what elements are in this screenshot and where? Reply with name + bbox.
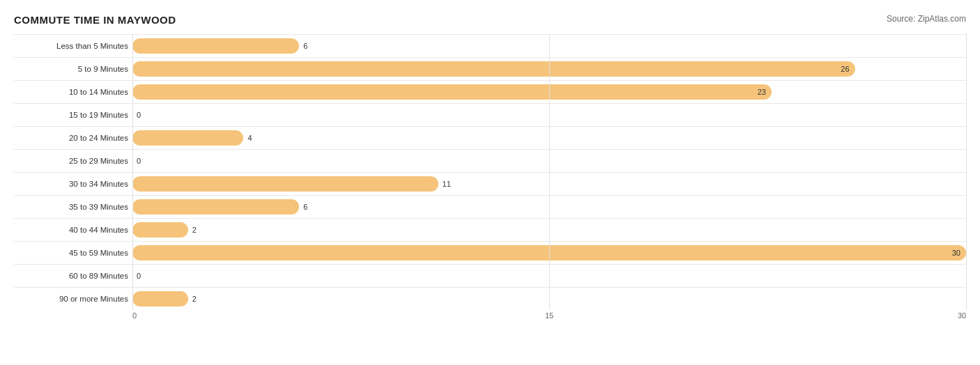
bar-track: 2 [132,222,966,238]
bar-value: 0 [137,272,141,280]
bar-value: 0 [137,111,141,119]
chart-body: Less than 5 Minutes65 to 9 Minutes2610 t… [14,34,966,325]
bar-row: 15 to 19 Minutes0 [14,103,966,126]
bar-fill: 26 [132,61,855,77]
bar-fill [132,38,299,54]
bar-row: 30 to 34 Minutes11 [14,172,966,195]
bar-row: Less than 5 Minutes6 [14,34,966,57]
bar-track: 0 [132,107,966,123]
bar-track: 0 [132,153,966,169]
bar-value: 11 [443,180,451,188]
bar-row: 25 to 29 Minutes0 [14,149,966,172]
bar-row: 40 to 44 Minutes2 [14,218,966,241]
chart-title: COMMUTE TIME IN MAYWOOD [14,14,176,26]
bar-value: 2 [192,295,197,303]
x-axis-label: 30 [958,311,966,320]
bar-track: 4 [132,130,966,146]
bar-row: 35 to 39 Minutes6 [14,195,966,218]
bar-value: 0 [137,157,141,165]
bar-label: 40 to 44 Minutes [14,226,132,234]
bar-row: 45 to 59 Minutes30 [14,241,966,264]
bar-value: 4 [247,134,252,142]
bar-label: 10 to 14 Minutes [14,88,132,96]
grid-line [966,34,967,310]
bar-label: 45 to 59 Minutes [14,249,132,257]
bar-track: 6 [132,199,966,215]
x-axis-container: 01530 [132,311,966,325]
bar-label: 25 to 29 Minutes [14,157,132,165]
bar-row: 5 to 9 Minutes26 [14,57,966,80]
bar-label: 20 to 24 Minutes [14,134,132,142]
bar-value: 2 [192,226,197,234]
chart-header: COMMUTE TIME IN MAYWOOD Source: ZipAtlas… [14,14,966,26]
bar-fill: 23 [132,84,772,100]
bar-row: 60 to 89 Minutes0 [14,264,966,287]
x-axis-label: 15 [545,311,553,320]
bar-label: Less than 5 Minutes [14,42,132,50]
bar-label: 35 to 39 Minutes [14,203,132,211]
bar-fill [132,222,188,238]
bar-track: 6 [132,38,966,54]
bar-value: 6 [303,42,307,50]
bar-value: 6 [303,203,307,211]
bar-fill: 30 [132,245,966,261]
bar-value: 26 [841,65,849,73]
bar-fill [132,176,438,192]
bar-label: 30 to 34 Minutes [14,180,132,188]
bar-fill [132,291,188,306]
bar-row: 10 to 14 Minutes23 [14,80,966,103]
chart-container: COMMUTE TIME IN MAYWOOD Source: ZipAtlas… [0,7,980,346]
bar-value: 23 [758,88,766,96]
bar-track: 30 [132,245,966,261]
bar-label: 90 or more Minutes [14,295,132,303]
bar-track: 0 [132,268,966,284]
bar-label: 60 to 89 Minutes [14,272,132,280]
bar-row: 90 or more Minutes2 [14,287,966,310]
bar-track: 2 [132,291,966,306]
bar-label: 5 to 9 Minutes [14,65,132,73]
bar-track: 11 [132,176,966,192]
bar-label: 15 to 19 Minutes [14,111,132,119]
grid-area: Less than 5 Minutes65 to 9 Minutes2610 t… [14,34,966,310]
bar-track: 26 [132,61,966,77]
bar-track: 23 [132,84,966,100]
bar-fill [132,130,243,146]
x-axis-label: 0 [132,311,137,320]
bar-row: 20 to 24 Minutes4 [14,126,966,149]
bar-value: 30 [952,249,960,257]
bar-fill [132,199,299,215]
chart-source: Source: ZipAtlas.com [887,14,966,24]
